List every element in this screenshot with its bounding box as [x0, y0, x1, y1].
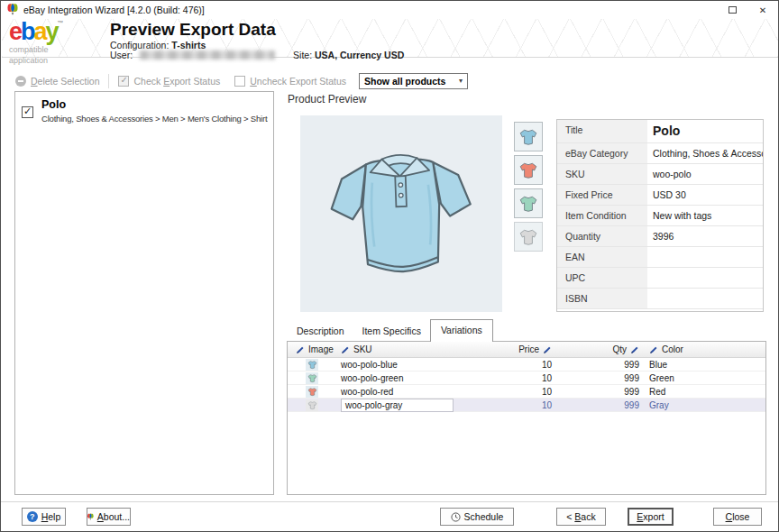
variation-qty-cell[interactable]: 999 — [554, 400, 644, 410]
close-button[interactable]: ✕ — [747, 1, 778, 19]
toolbar: Delete Selection Check Export Status Unc… — [8, 72, 468, 89]
edit-pencil-icon — [341, 345, 350, 354]
help-question-icon: ? — [27, 511, 38, 522]
variation-sku: woo-polo-green — [341, 373, 404, 383]
label-text: xport — [643, 511, 664, 522]
variation-price-cell[interactable]: 10 — [504, 400, 554, 410]
table-row: UPC — [557, 268, 763, 289]
maximize-icon — [729, 6, 737, 14]
variation-image-cell[interactable] — [288, 372, 337, 384]
schedule-button[interactable]: Schedule — [440, 508, 514, 526]
thumbnail-red[interactable] — [514, 155, 543, 185]
variation-color-cell[interactable]: Red — [644, 387, 765, 397]
variation-price-cell[interactable]: 10 — [504, 387, 554, 397]
variation-row-blue[interactable]: woo-polo-blue 10 999 Blue — [288, 358, 765, 371]
back-label: < Back — [566, 511, 595, 522]
variation-sku-cell[interactable]: woo-polo-green — [337, 373, 504, 383]
logo-letter: e — [9, 18, 21, 45]
column-header-image[interactable]: Image — [288, 344, 337, 354]
detail-label: Title — [557, 120, 647, 142]
help-button[interactable]: ? Help — [22, 508, 66, 526]
export-button[interactable]: Export — [628, 508, 674, 526]
variation-sku: woo-polo-blue — [341, 360, 398, 370]
variation-qty-cell[interactable]: 999 — [554, 360, 644, 370]
label-text: elp — [48, 511, 60, 522]
user-value-redacted — [140, 50, 275, 60]
column-header-sku[interactable]: SKU — [337, 344, 504, 354]
ebay-logo: ebay™ compatible application — [9, 20, 64, 66]
label-text: D — [31, 76, 38, 87]
column-header-color[interactable]: Color — [644, 344, 765, 354]
delete-selection-button[interactable]: Delete Selection — [8, 76, 106, 87]
detail-label: Item Condition — [557, 206, 647, 225]
variation-sku: woo-polo-gray — [345, 400, 402, 410]
variation-color-cell[interactable]: Gray — [644, 400, 765, 410]
variation-price-cell[interactable]: 10 — [504, 373, 554, 383]
polo-shirt-illustration — [317, 125, 485, 302]
tab-variations[interactable]: Variations — [430, 319, 493, 342]
thumbnail-green[interactable] — [514, 188, 543, 218]
tab-description[interactable]: Description — [288, 320, 353, 342]
variation-sku-cell[interactable]: woo-polo-blue — [337, 360, 504, 370]
product-checkbox[interactable] — [22, 106, 33, 118]
detail-value: New with tags — [647, 206, 763, 225]
variation-thumb-chip — [306, 372, 318, 384]
detail-value: USD 30 — [647, 185, 763, 205]
column-label: Price — [518, 344, 539, 354]
product-list-item-polo[interactable]: Polo Clothing, Shoes & Accessories > Men… — [15, 92, 273, 124]
variation-image-cell[interactable] — [288, 359, 337, 371]
variation-sku-cell[interactable]: woo-polo-red — [337, 387, 504, 397]
uncheck-export-status-button[interactable]: Uncheck Export Status — [227, 76, 353, 87]
close-window-button[interactable]: Close — [713, 508, 762, 526]
variation-sku-cell-editing[interactable]: woo-polo-gray — [337, 399, 504, 412]
product-item-text: Polo Clothing, Shoes & Accessories > Men… — [41, 97, 268, 124]
title-bar[interactable]: eBay Integration Wizard [4.2.0 (Build: 4… — [1, 1, 778, 19]
variations-panel: Image SKU Price Qty Color woo-polo-blue — [287, 341, 766, 495]
thumbnail-list — [514, 122, 543, 255]
thumbnail-blue[interactable] — [514, 122, 543, 151]
variation-image-cell[interactable] — [288, 399, 337, 411]
product-filter-value: Show all products — [364, 76, 445, 87]
logo-subtitle-line2: application — [9, 56, 64, 66]
variation-color-cell[interactable]: Green — [644, 373, 765, 383]
delete-selection-label: Delete Selection — [31, 76, 99, 87]
sku-edit-field[interactable]: woo-polo-gray — [341, 399, 454, 412]
variation-qty-cell[interactable]: 999 — [554, 387, 644, 397]
label-text: ack — [581, 511, 595, 522]
detail-label: EAN — [557, 247, 647, 267]
variation-row-green[interactable]: woo-polo-green 10 999 Green — [288, 371, 765, 385]
variation-color-cell[interactable]: Blue — [644, 360, 765, 370]
edit-pencil-icon — [543, 345, 552, 354]
logo-letter: b — [21, 18, 34, 45]
variation-row-red[interactable]: woo-polo-red 10 999 Red — [288, 385, 765, 399]
product-list-panel[interactable]: Polo Clothing, Shoes & Accessories > Men… — [14, 91, 274, 495]
product-item-title: Polo — [41, 98, 268, 111]
variation-row-gray-selected[interactable]: woo-polo-gray 10 999 Gray — [288, 399, 765, 412]
unchecked-checkbox-icon — [234, 76, 245, 87]
product-preview-heading: Product Preview — [288, 93, 366, 105]
maximize-button[interactable] — [717, 1, 747, 19]
label-text: U — [250, 76, 257, 87]
column-header-qty[interactable]: Qty — [554, 344, 644, 354]
column-header-price[interactable]: Price — [504, 344, 554, 354]
variation-sku: woo-polo-red — [341, 387, 393, 397]
check-export-status-button[interactable]: Check Export Status — [111, 76, 227, 87]
detail-label: ISBN — [557, 289, 647, 308]
product-filter-dropdown[interactable]: Show all products ▾ — [359, 73, 468, 89]
site-label: Site: — [293, 50, 312, 60]
variation-image-cell[interactable] — [288, 386, 337, 398]
about-button[interactable]: About... — [87, 508, 131, 526]
thumbnail-gray[interactable] — [514, 222, 543, 252]
variation-qty-cell[interactable]: 999 — [554, 373, 644, 383]
user-label: User: — [110, 50, 133, 60]
back-button[interactable]: < Back — [556, 508, 606, 526]
detail-label: Quantity — [557, 226, 647, 246]
table-row: Quantity3996 — [557, 226, 763, 247]
tab-item-specifics[interactable]: Item Specifics — [353, 320, 430, 342]
trademark-symbol: ™ — [58, 20, 64, 26]
label-text: < — [566, 511, 574, 522]
window-title: eBay Integration Wizard [4.2.0 (Build: 4… — [23, 5, 205, 15]
variation-price-cell[interactable]: 10 — [504, 360, 554, 370]
close-label: Close — [726, 511, 750, 522]
edit-pencil-icon — [296, 345, 305, 354]
